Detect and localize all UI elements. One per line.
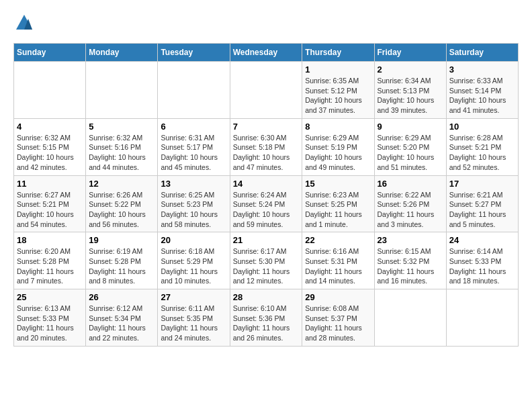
calendar-week-row: 1Sunrise: 6:35 AMSunset: 5:12 PMDaylight… [14, 62, 519, 119]
day-info: Sunrise: 6:11 AMSunset: 5:35 PMDaylight:… [161, 304, 226, 343]
calendar-cell: 11Sunrise: 6:27 AMSunset: 5:21 PMDayligh… [14, 175, 86, 232]
day-info: Sunrise: 6:13 AMSunset: 5:33 PMDaylight:… [17, 304, 83, 343]
calendar-cell: 6Sunrise: 6:31 AMSunset: 5:17 PMDaylight… [158, 118, 230, 175]
day-info: Sunrise: 6:18 AMSunset: 5:29 PMDaylight:… [161, 246, 226, 286]
day-info: Sunrise: 6:32 AMSunset: 5:16 PMDaylight:… [89, 133, 154, 173]
calendar-cell: 13Sunrise: 6:25 AMSunset: 5:23 PMDayligh… [158, 175, 230, 232]
calendar-cell [230, 62, 302, 119]
calendar-cell: 12Sunrise: 6:26 AMSunset: 5:22 PMDayligh… [86, 175, 158, 232]
calendar-cell: 9Sunrise: 6:29 AMSunset: 5:20 PMDaylight… [374, 118, 446, 175]
weekday-header-monday: Monday [86, 44, 158, 62]
day-number: 4 [17, 122, 83, 132]
day-number: 21 [233, 235, 300, 245]
calendar-cell: 24Sunrise: 6:14 AMSunset: 5:33 PMDayligh… [446, 232, 518, 289]
calendar-week-row: 11Sunrise: 6:27 AMSunset: 5:21 PMDayligh… [14, 175, 519, 232]
day-number: 10 [449, 122, 515, 132]
calendar-week-row: 4Sunrise: 6:32 AMSunset: 5:15 PMDaylight… [14, 118, 519, 175]
calendar-week-row: 18Sunrise: 6:20 AMSunset: 5:28 PMDayligh… [14, 232, 519, 289]
day-info: Sunrise: 6:08 AMSunset: 5:37 PMDaylight:… [305, 304, 371, 343]
day-info: Sunrise: 6:34 AMSunset: 5:13 PMDaylight:… [378, 76, 443, 116]
calendar-cell: 10Sunrise: 6:28 AMSunset: 5:21 PMDayligh… [446, 118, 518, 175]
weekday-header-friday: Friday [374, 44, 446, 62]
day-number: 6 [161, 122, 226, 132]
calendar-cell: 28Sunrise: 6:10 AMSunset: 5:36 PMDayligh… [230, 289, 302, 347]
day-number: 12 [89, 179, 154, 189]
day-info: Sunrise: 6:17 AMSunset: 5:30 PMDaylight:… [233, 246, 300, 286]
weekday-header-wednesday: Wednesday [230, 44, 302, 62]
calendar-cell: 14Sunrise: 6:24 AMSunset: 5:24 PMDayligh… [230, 175, 302, 232]
day-number: 28 [233, 292, 300, 302]
day-number: 27 [161, 292, 226, 302]
calendar-cell: 4Sunrise: 6:32 AMSunset: 5:15 PMDaylight… [14, 118, 86, 175]
day-info: Sunrise: 6:29 AMSunset: 5:20 PMDaylight:… [378, 133, 443, 173]
day-info: Sunrise: 6:12 AMSunset: 5:34 PMDaylight:… [89, 304, 154, 343]
calendar-cell: 19Sunrise: 6:19 AMSunset: 5:28 PMDayligh… [86, 232, 158, 289]
day-info: Sunrise: 6:30 AMSunset: 5:18 PMDaylight:… [233, 133, 300, 173]
day-number: 16 [378, 179, 443, 189]
day-info: Sunrise: 6:15 AMSunset: 5:32 PMDaylight:… [378, 246, 443, 286]
calendar-cell: 16Sunrise: 6:22 AMSunset: 5:26 PMDayligh… [374, 175, 446, 232]
day-number: 7 [233, 122, 300, 132]
calendar-cell: 23Sunrise: 6:15 AMSunset: 5:32 PMDayligh… [374, 232, 446, 289]
calendar-cell: 27Sunrise: 6:11 AMSunset: 5:35 PMDayligh… [158, 289, 230, 347]
calendar-cell: 2Sunrise: 6:34 AMSunset: 5:13 PMDaylight… [374, 62, 446, 119]
day-number: 15 [305, 179, 371, 189]
day-info: Sunrise: 6:29 AMSunset: 5:19 PMDaylight:… [305, 133, 371, 173]
day-info: Sunrise: 6:10 AMSunset: 5:36 PMDaylight:… [233, 304, 300, 343]
day-info: Sunrise: 6:16 AMSunset: 5:31 PMDaylight:… [305, 246, 371, 286]
calendar-cell: 26Sunrise: 6:12 AMSunset: 5:34 PMDayligh… [86, 289, 158, 347]
weekday-header-row: SundayMondayTuesdayWednesdayThursdayFrid… [14, 44, 519, 62]
weekday-header-tuesday: Tuesday [158, 44, 230, 62]
day-info: Sunrise: 6:19 AMSunset: 5:28 PMDaylight:… [89, 246, 154, 286]
day-number: 22 [305, 235, 371, 245]
day-number: 8 [305, 122, 371, 132]
day-info: Sunrise: 6:23 AMSunset: 5:25 PMDaylight:… [305, 190, 371, 230]
calendar-cell: 22Sunrise: 6:16 AMSunset: 5:31 PMDayligh… [302, 232, 374, 289]
calendar-cell: 3Sunrise: 6:33 AMSunset: 5:14 PMDaylight… [446, 62, 518, 119]
logo-icon [15, 13, 34, 32]
day-number: 19 [89, 235, 154, 245]
day-number: 11 [17, 179, 83, 189]
day-number: 9 [378, 122, 443, 132]
calendar-cell: 17Sunrise: 6:21 AMSunset: 5:27 PMDayligh… [446, 175, 518, 232]
page-header [13, 13, 519, 36]
day-info: Sunrise: 6:20 AMSunset: 5:28 PMDaylight:… [17, 246, 83, 286]
calendar-cell [158, 62, 230, 119]
day-number: 14 [233, 179, 300, 189]
calendar-cell: 29Sunrise: 6:08 AMSunset: 5:37 PMDayligh… [302, 289, 374, 347]
calendar-cell: 21Sunrise: 6:17 AMSunset: 5:30 PMDayligh… [230, 232, 302, 289]
day-number: 1 [305, 64, 371, 75]
calendar-cell [446, 289, 518, 347]
calendar-cell: 18Sunrise: 6:20 AMSunset: 5:28 PMDayligh… [14, 232, 86, 289]
calendar-cell [374, 289, 446, 347]
day-info: Sunrise: 6:31 AMSunset: 5:17 PMDaylight:… [161, 133, 226, 173]
day-number: 5 [89, 122, 154, 132]
logo [13, 13, 34, 36]
calendar-cell: 15Sunrise: 6:23 AMSunset: 5:25 PMDayligh… [302, 175, 374, 232]
day-number: 23 [378, 235, 443, 245]
day-info: Sunrise: 6:33 AMSunset: 5:14 PMDaylight:… [449, 76, 515, 116]
day-number: 18 [17, 235, 83, 245]
weekday-header-saturday: Saturday [446, 44, 518, 62]
day-number: 3 [449, 64, 515, 75]
day-info: Sunrise: 6:35 AMSunset: 5:12 PMDaylight:… [305, 76, 371, 116]
day-number: 2 [378, 64, 443, 75]
day-info: Sunrise: 6:14 AMSunset: 5:33 PMDaylight:… [449, 246, 515, 286]
day-info: Sunrise: 6:21 AMSunset: 5:27 PMDaylight:… [449, 190, 515, 230]
day-number: 25 [17, 292, 83, 302]
day-info: Sunrise: 6:32 AMSunset: 5:15 PMDaylight:… [17, 133, 83, 173]
calendar-cell: 8Sunrise: 6:29 AMSunset: 5:19 PMDaylight… [302, 118, 374, 175]
calendar-cell: 20Sunrise: 6:18 AMSunset: 5:29 PMDayligh… [158, 232, 230, 289]
day-number: 20 [161, 235, 226, 245]
day-info: Sunrise: 6:28 AMSunset: 5:21 PMDaylight:… [449, 133, 515, 173]
calendar-cell: 25Sunrise: 6:13 AMSunset: 5:33 PMDayligh… [14, 289, 86, 347]
calendar-cell [14, 62, 86, 119]
weekday-header-sunday: Sunday [14, 44, 86, 62]
calendar-cell: 7Sunrise: 6:30 AMSunset: 5:18 PMDaylight… [230, 118, 302, 175]
calendar-cell: 5Sunrise: 6:32 AMSunset: 5:16 PMDaylight… [86, 118, 158, 175]
day-number: 13 [161, 179, 226, 189]
calendar-cell: 1Sunrise: 6:35 AMSunset: 5:12 PMDaylight… [302, 62, 374, 119]
day-number: 29 [305, 292, 371, 302]
calendar-week-row: 25Sunrise: 6:13 AMSunset: 5:33 PMDayligh… [14, 289, 519, 347]
weekday-header-thursday: Thursday [302, 44, 374, 62]
